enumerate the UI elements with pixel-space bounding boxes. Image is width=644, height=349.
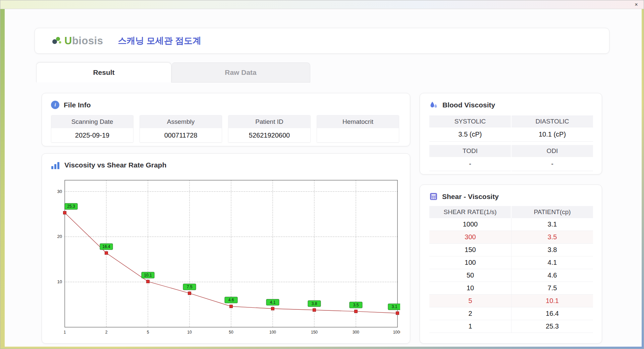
shear-rate-cell: 10: [429, 282, 511, 294]
droplet-icon: [429, 101, 438, 109]
field-label: Scanning Date: [51, 115, 133, 128]
shear-viscosity-title: Shear - Viscosity: [442, 193, 499, 201]
svg-text:2: 2: [105, 330, 108, 335]
brand-logo: Ubiosis: [51, 35, 103, 47]
todi-value: -: [429, 157, 511, 171]
blood-viscosity-title-row: Blood Viscosity: [429, 101, 592, 109]
svg-text:100: 100: [269, 330, 276, 335]
svg-text:7.5: 7.5: [187, 285, 193, 289]
table-row: 1503.8: [429, 244, 593, 256]
todi-header: TODI: [429, 145, 511, 157]
odi-header: ODI: [512, 145, 593, 157]
diastolic-header: DIASTOLIC: [512, 115, 593, 128]
shear-viscosity-title-row: Shear - Viscosity: [429, 192, 592, 201]
tab-result[interactable]: Result: [36, 62, 171, 83]
patient-cell: 25.3: [511, 320, 593, 333]
field-hematocrit: Hematocrit: [317, 115, 399, 143]
patient-cell: 10.1: [511, 295, 593, 307]
table-row: 1004.1: [429, 256, 593, 269]
patient-cell: 4.6: [511, 269, 593, 282]
shear-rate-cell: 300: [429, 231, 511, 243]
svg-text:10.1: 10.1: [144, 273, 152, 278]
shear-rate-column-header: SHEAR RATE(1/s): [429, 206, 511, 218]
field-scanning-date: Scanning Date 2025-09-19: [51, 115, 133, 143]
svg-text:1000: 1000: [393, 330, 400, 335]
table-row: 107.5: [429, 282, 593, 295]
close-button[interactable]: ×: [633, 1, 640, 8]
file-info-title-row: i File Info: [51, 101, 401, 109]
field-label: Assembly: [140, 115, 222, 128]
app-window: × Ubiosis 스캐닝 모세관 점도계 Result Raw Data i: [0, 0, 644, 349]
shear-rate-cell: 5: [429, 295, 511, 307]
shear-rate-cell: 1000: [429, 218, 511, 231]
grid-table-icon: [429, 192, 438, 201]
field-label: Patient ID: [228, 115, 310, 128]
field-patient-id: Patient ID 52621920600: [228, 115, 311, 143]
viscosity-chart: 1020301251050100150300100025.316.410.17.…: [51, 177, 400, 338]
table-row: 216.4: [429, 307, 593, 320]
table-row: 10003.1: [429, 218, 593, 231]
systolic-header: SYSTOLIC: [429, 115, 511, 128]
table-row: 3003.5: [429, 231, 593, 244]
shear-rate-cell: 100: [429, 256, 511, 269]
field-value: [317, 128, 399, 142]
file-info-fields: Scanning Date 2025-09-19 Assembly 000711…: [51, 115, 401, 143]
svg-text:3.1: 3.1: [392, 304, 397, 309]
systolic-value: 3.5 (cP): [429, 128, 511, 142]
main-content: Ubiosis 스캐닝 모세관 점도계 Result Raw Data i Fi…: [5, 9, 642, 347]
patient-cell: 4.1: [511, 256, 593, 269]
svg-text:20: 20: [57, 234, 62, 239]
blood-viscosity-card: Blood Viscosity SYSTOLIC DIASTOLIC 3.5 (…: [420, 93, 602, 174]
table-row: 125.3: [429, 320, 593, 333]
brand-name: Ubiosis: [64, 35, 103, 47]
info-icon: i: [51, 101, 59, 109]
blood-viscosity-table: SYSTOLIC DIASTOLIC 3.5 (cP) 10.1 (cP) TO…: [429, 115, 593, 171]
svg-text:30: 30: [57, 189, 62, 194]
svg-text:16.4: 16.4: [102, 244, 110, 249]
patient-column-header: PATIENT(cp): [512, 206, 593, 218]
tab-bar: Result Raw Data: [36, 62, 310, 83]
shear-rate-cell: 2: [429, 307, 511, 320]
field-label: Hematocrit: [317, 115, 399, 128]
table-row: 510.1: [429, 295, 593, 307]
svg-text:300: 300: [353, 330, 359, 335]
svg-text:10: 10: [57, 279, 62, 284]
table-row: 504.6: [429, 269, 593, 282]
file-info-title: File Info: [64, 101, 91, 109]
patient-cell: 3.5: [511, 231, 593, 243]
tab-raw-data[interactable]: Raw Data: [171, 62, 310, 83]
shear-viscosity-table: SHEAR RATE(1/s) PATIENT(cp) 10003.13003.…: [429, 206, 593, 333]
svg-text:25.3: 25.3: [67, 204, 75, 209]
graph-title: Viscosity vs Shear Rate Graph: [64, 161, 166, 169]
header-card: Ubiosis 스캐닝 모세관 점도계: [35, 28, 609, 54]
diastolic-value: 10.1 (cP): [512, 128, 593, 142]
patient-cell: 3.8: [511, 244, 593, 256]
field-assembly: Assembly 000711728: [140, 115, 222, 143]
file-info-card: i File Info Scanning Date 2025-09-19 Ass…: [42, 93, 410, 146]
odi-value: -: [512, 157, 593, 171]
svg-text:3.5: 3.5: [353, 303, 359, 307]
svg-text:3.8: 3.8: [312, 301, 317, 306]
shear-rate-cell: 150: [429, 244, 511, 256]
page-title: 스캐닝 모세관 점도계: [118, 35, 201, 47]
leaf-logo-icon: [51, 35, 62, 47]
svg-text:5: 5: [147, 330, 149, 335]
patient-cell: 7.5: [511, 282, 593, 294]
bar-chart-icon: [51, 161, 60, 169]
shear-rate-cell: 1: [429, 320, 511, 333]
patient-cell: 3.1: [511, 218, 593, 231]
graph-title-row: Viscosity vs Shear Rate Graph: [51, 161, 400, 169]
svg-text:150: 150: [311, 330, 318, 335]
svg-text:10: 10: [187, 330, 192, 335]
shear-viscosity-table-body: 10003.13003.51503.81004.1504.6107.5510.1…: [429, 218, 593, 333]
svg-text:4.1: 4.1: [270, 300, 276, 305]
blood-viscosity-title: Blood Viscosity: [442, 101, 495, 109]
svg-text:4.6: 4.6: [228, 298, 234, 302]
field-value: 52621920600: [228, 128, 310, 142]
viscosity-graph-card: Viscosity vs Shear Rate Graph 1020301251…: [42, 153, 410, 344]
patient-cell: 16.4: [511, 307, 593, 320]
titlebar: ×: [0, 0, 644, 9]
field-value: 000711728: [140, 128, 222, 142]
svg-text:50: 50: [229, 330, 233, 335]
svg-text:1: 1: [64, 330, 66, 335]
